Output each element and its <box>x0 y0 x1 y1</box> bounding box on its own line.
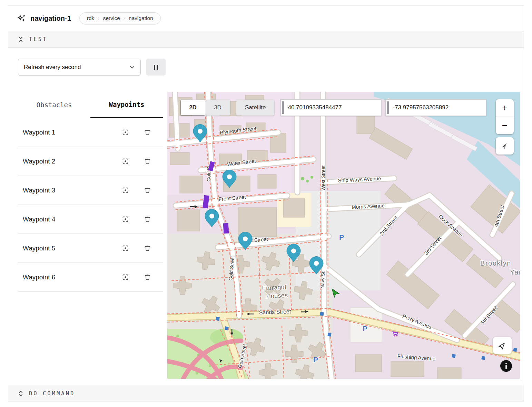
map-mode-2d-button[interactable]: 2D <box>180 100 205 116</box>
panel-title: navigation-1 <box>30 14 71 22</box>
breadcrumb-item-rdk[interactable]: rdk <box>85 15 97 21</box>
waypoint-delete-button[interactable] <box>143 128 151 137</box>
focus-icon <box>122 216 129 223</box>
focus-icon <box>122 187 129 194</box>
breadcrumb-separator: › <box>97 15 100 21</box>
satellite-toggle-button[interactable]: Satellite <box>236 100 274 116</box>
map-mode-3d-button[interactable]: 3D <box>205 100 230 116</box>
map-toolbar: 2D 3D Satellite <box>180 99 486 116</box>
main-row: Obstacles Waypoints Waypoint 1Waypoint 2… <box>18 92 520 379</box>
compass-button[interactable] <box>496 137 514 155</box>
waypoint-list: Waypoint 1Waypoint 2Waypoint 3Waypoint 4… <box>18 118 163 292</box>
waypoint-focus-button[interactable] <box>121 157 129 166</box>
pause-icon <box>153 64 159 70</box>
waypoint-focus-button[interactable] <box>121 244 129 252</box>
tabs: Obstacles Waypoints <box>18 92 163 118</box>
waypoint-focus-button[interactable] <box>121 273 129 281</box>
latitude-drag-handle[interactable] <box>282 101 284 114</box>
map-mode-toggle: 2D 3D <box>180 100 230 116</box>
breadcrumb-separator: › <box>122 15 126 21</box>
compass-needle-icon <box>500 141 509 150</box>
collapse-icon[interactable] <box>18 36 24 43</box>
refresh-rate-value: Refresh every second <box>24 64 81 71</box>
waypoint-label: Waypoint 6 <box>23 274 121 281</box>
waypoint-label: Waypoint 5 <box>23 245 121 252</box>
waypoint-delete-button[interactable] <box>143 273 151 281</box>
trash-icon <box>144 129 151 136</box>
breadcrumb-item-navigation[interactable]: navigation <box>126 15 156 21</box>
trash-icon <box>144 158 151 165</box>
trash-icon <box>144 216 151 223</box>
waypoint-row: Waypoint 2 <box>18 147 163 176</box>
waypoint-row: Waypoint 1 <box>18 118 163 147</box>
test-sparkle-icon <box>17 14 26 23</box>
waypoint-delete-button[interactable] <box>143 186 151 195</box>
waypoints-panel: Obstacles Waypoints Waypoint 1Waypoint 2… <box>18 92 163 379</box>
waypoint-delete-button[interactable] <box>143 157 151 166</box>
navigation-panel: navigation-1 rdk›service›navigation TEST… <box>8 5 524 401</box>
trash-icon <box>144 245 151 252</box>
waypoint-delete-button[interactable] <box>143 244 151 252</box>
focus-icon <box>122 129 129 136</box>
waypoint-focus-button[interactable] <box>121 215 129 224</box>
waypoint-delete-button[interactable] <box>143 215 151 224</box>
focus-icon <box>122 245 129 252</box>
longitude-input[interactable] <box>389 104 486 111</box>
waypoint-row: Waypoint 3 <box>18 176 163 205</box>
map[interactable]: Plymouth StreetWater StreetFront StreetY… <box>167 92 520 379</box>
tab-obstacles[interactable]: Obstacles <box>18 92 90 118</box>
do-command-section-bar[interactable]: DO COMMAND <box>8 386 524 401</box>
zoom-control: + − <box>496 99 514 134</box>
longitude-drag-handle[interactable] <box>387 101 389 114</box>
expand-icon[interactable] <box>18 390 24 397</box>
do-command-label: DO COMMAND <box>29 390 75 397</box>
waypoint-label: Waypoint 2 <box>23 158 121 165</box>
refresh-rate-select[interactable]: Refresh every second <box>18 59 141 76</box>
tab-waypoints[interactable]: Waypoints <box>90 92 163 118</box>
map-info-button[interactable] <box>500 360 512 372</box>
zoom-out-button[interactable]: − <box>496 117 514 134</box>
waypoint-label: Waypoint 1 <box>23 129 121 136</box>
panel-header: navigation-1 rdk›service›navigation <box>8 6 524 31</box>
breadcrumb-item-service[interactable]: service <box>101 15 122 21</box>
trash-icon <box>144 187 151 194</box>
breadcrumb: rdk›service›navigation <box>79 12 161 24</box>
chevron-down-icon <box>129 64 136 71</box>
zoom-in-button[interactable]: + <box>496 99 514 117</box>
waypoint-row: Waypoint 4 <box>18 205 163 234</box>
refresh-row: Refresh every second <box>18 59 520 76</box>
latitude-input[interactable] <box>284 104 381 111</box>
map-canvas <box>167 92 520 379</box>
waypoint-focus-button[interactable] <box>121 128 129 137</box>
longitude-field <box>385 99 486 116</box>
locate-button[interactable] <box>493 337 512 354</box>
waypoint-row: Waypoint 5 <box>18 234 163 263</box>
test-section-bar[interactable]: TEST <box>8 31 524 48</box>
trash-icon <box>144 274 151 281</box>
test-section-content: Refresh every second Obstacles Waypoints… <box>8 48 524 386</box>
info-icon <box>500 360 512 372</box>
pause-button[interactable] <box>146 59 166 76</box>
latitude-field <box>280 99 381 116</box>
waypoint-label: Waypoint 3 <box>23 187 121 194</box>
focus-icon <box>122 274 129 281</box>
waypoint-label: Waypoint 4 <box>23 216 121 223</box>
test-section-label: TEST <box>29 36 47 42</box>
focus-icon <box>122 158 129 165</box>
navigation-arrow-icon <box>498 341 506 350</box>
waypoint-focus-button[interactable] <box>121 186 129 195</box>
waypoint-row: Waypoint 6 <box>18 263 163 292</box>
